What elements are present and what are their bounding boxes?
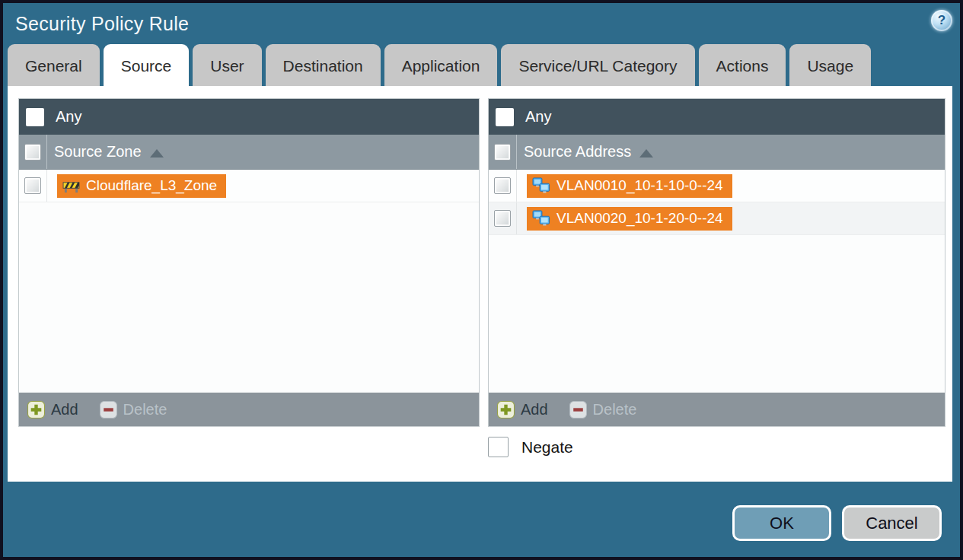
source-zone-column-label: Source Zone (54, 143, 142, 161)
source-zone-select-all-checkbox[interactable] (24, 144, 41, 161)
tab-user[interactable]: User (193, 44, 261, 86)
address-tag[interactable]: VLAN0010_10-1-10-0--24 (527, 174, 732, 198)
source-zone-any-checkbox[interactable] (26, 108, 44, 126)
tab-actions[interactable]: Actions (699, 44, 786, 86)
row-checkbox[interactable] (24, 177, 41, 194)
table-row[interactable]: Cloudflare_L3_Zone (19, 170, 479, 202)
sort-asc-icon (150, 149, 164, 158)
address-icon (532, 177, 550, 194)
source-zone-footer: Add Delete (19, 393, 479, 426)
delete-button[interactable]: Delete (569, 401, 637, 418)
address-icon (532, 210, 550, 227)
source-address-any-header: Any (489, 99, 945, 135)
tab-source[interactable]: Source (104, 44, 190, 86)
table-row[interactable]: VLAN0010_10-1-10-0--24 (489, 170, 945, 202)
delete-button-label: Delete (123, 401, 167, 418)
zone-icon (62, 179, 80, 193)
address-tag-label: VLAN0010_10-1-10-0--24 (556, 177, 723, 194)
row-checkbox[interactable] (494, 177, 511, 194)
minus-icon (100, 401, 117, 418)
source-address-column-label: Source Address (524, 143, 631, 161)
address-tag[interactable]: VLAN0020_10-1-20-0--24 (527, 207, 732, 231)
tab-bar: General Source User Destination Applicat… (8, 44, 871, 86)
tab-general[interactable]: General (8, 44, 100, 86)
zone-tag-label: Cloudflare_L3_Zone (86, 177, 217, 194)
plus-icon (27, 401, 45, 418)
add-button[interactable]: Add (27, 401, 78, 418)
negate-label: Negate (521, 438, 573, 457)
source-address-any-label: Any (525, 108, 551, 126)
table-row[interactable]: VLAN0020_10-1-20-0--24 (489, 202, 945, 235)
add-button-label: Add (51, 401, 78, 418)
source-zone-list: Cloudflare_L3_Zone (19, 170, 479, 393)
source-address-panel: Any Source Address (488, 98, 945, 427)
help-icon[interactable]: ? (931, 10, 952, 31)
dialog-title: Security Policy Rule (15, 13, 189, 35)
ok-button[interactable]: OK (732, 505, 831, 541)
source-zone-any-label: Any (56, 108, 81, 126)
sort-asc-icon (639, 149, 653, 158)
delete-button[interactable]: Delete (100, 401, 167, 418)
source-address-any-checkbox[interactable] (496, 108, 514, 126)
source-zone-panel: Any Source Zone (18, 98, 480, 427)
tab-content: Any Source Zone (8, 86, 952, 482)
cancel-button[interactable]: Cancel (842, 505, 942, 541)
address-tag-label: VLAN0020_10-1-20-0--24 (556, 210, 723, 227)
negate-row: Negate (488, 437, 573, 457)
tab-destination[interactable]: Destination (266, 44, 381, 86)
tab-usage[interactable]: Usage (789, 44, 871, 86)
delete-button-label: Delete (593, 401, 637, 418)
minus-icon (569, 401, 587, 418)
source-address-column-header[interactable]: Source Address (489, 135, 945, 170)
negate-checkbox[interactable] (488, 437, 509, 457)
source-address-select-all-checkbox[interactable] (494, 144, 511, 161)
plus-icon (497, 401, 515, 418)
add-button[interactable]: Add (497, 401, 548, 418)
security-policy-rule-dialog: Security Policy Rule ? General Source Us… (0, 0, 963, 560)
source-zone-any-header: Any (19, 99, 479, 135)
zone-tag[interactable]: Cloudflare_L3_Zone (57, 174, 226, 198)
row-checkbox[interactable] (494, 210, 511, 227)
source-address-list: VLAN0010_10-1-10-0--24 (489, 170, 945, 393)
tab-application[interactable]: Application (384, 44, 498, 86)
source-address-footer: Add Delete (489, 393, 945, 426)
source-zone-column-header[interactable]: Source Zone (19, 135, 479, 170)
add-button-label: Add (521, 401, 548, 418)
tab-service-url-category[interactable]: Service/URL Category (501, 44, 694, 86)
